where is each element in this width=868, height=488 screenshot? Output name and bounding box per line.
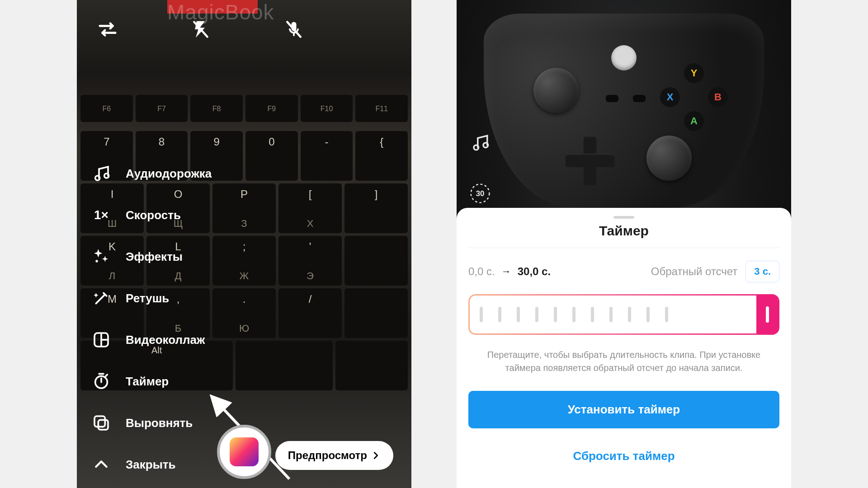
mic-off-icon[interactable] [281, 17, 307, 42]
y-button-icon: Y [684, 63, 704, 83]
svg-point-17 [483, 143, 488, 148]
face-buttons: Y X B A [660, 63, 728, 131]
svg-point-5 [95, 260, 98, 262]
menu-item-effects[interactable]: Эффекты [90, 246, 212, 267]
set-timer-button[interactable]: Установить таймер [468, 391, 779, 428]
timer-range-row: 0,0 с. → 30,0 с. Обратный отсчет 3 с. [468, 261, 779, 282]
menu-label: Аудиодорожка [126, 167, 212, 181]
a-button-icon: A [684, 111, 704, 131]
range-from: 0,0 с. [468, 265, 495, 278]
x-button-icon: X [660, 87, 680, 107]
menu-label: Скорость [126, 208, 181, 222]
menu-label: Ретушь [126, 291, 169, 305]
switch-camera-icon[interactable] [95, 17, 120, 42]
music-icon[interactable] [468, 131, 492, 155]
svg-point-4 [104, 174, 109, 178]
record-button[interactable] [217, 425, 271, 479]
svg-point-16 [474, 145, 479, 150]
timer-icon [90, 371, 112, 392]
speed-icon: 1× [90, 204, 112, 226]
sheet-title: Таймер [468, 223, 779, 248]
camera-screen: F6F7F8F9F10F11 78 90 -{ IШ OЩ PЗ [Х ] KЛ… [77, 0, 411, 488]
preview-button[interactable]: Предпросмотр [275, 441, 393, 470]
sparkles-icon [90, 246, 112, 267]
menu-item-timer[interactable]: Таймер [90, 371, 212, 392]
menu-item-retouch[interactable]: Ретушь [90, 287, 212, 309]
countdown-value-pill[interactable]: 3 с. [745, 261, 779, 282]
b-button-icon: B [708, 87, 728, 107]
collage-icon [90, 329, 112, 351]
reset-timer-button[interactable]: Сбросить таймер [566, 442, 682, 470]
range-to: 30,0 с. [518, 265, 551, 278]
menu-label: Видеоколлаж [126, 333, 205, 347]
chevron-right-icon [371, 450, 381, 460]
slider-hint: Перетащите, чтобы выбрать длительность к… [468, 348, 779, 375]
camera-top-toolbar [77, 14, 411, 45]
magic-wand-icon [90, 287, 112, 309]
sheet-drag-handle[interactable] [613, 216, 634, 219]
bg-keyboard-fn-row: F6F7F8F9F10F11 [77, 95, 411, 122]
preview-label: Предпросмотр [288, 449, 367, 462]
menu-button-icon [633, 95, 646, 102]
menu-item-collage[interactable]: Видеоколлаж [90, 329, 212, 351]
dpad-icon [565, 136, 615, 185]
menu-label: Эффекты [126, 250, 183, 264]
reels-icon [230, 437, 259, 466]
menu-label: Таймер [126, 375, 169, 389]
svg-point-3 [95, 176, 100, 180]
camera-side-icons: 30 [468, 131, 492, 205]
timer-screen: Y X B A 30 Таймер 0,0 с. → 30,0 с. [457, 0, 791, 488]
right-stick-icon [646, 136, 692, 181]
menu-item-speed[interactable]: 1× Скорость [90, 204, 212, 226]
svg-text:30: 30 [476, 189, 485, 198]
svg-line-12 [106, 375, 107, 376]
countdown-label: Обратный отсчет [651, 265, 737, 278]
view-button-icon [606, 95, 618, 102]
bg-game-controller: Y X B A [484, 14, 764, 208]
flash-off-icon[interactable] [188, 17, 213, 42]
slider-thumb[interactable] [756, 296, 778, 333]
arrow-right-icon: → [501, 266, 511, 277]
timer-bottom-sheet: Таймер 0,0 с. → 30,0 с. Обратный отсчет … [457, 208, 791, 488]
duration-30-icon[interactable]: 30 [468, 182, 492, 205]
menu-item-audio[interactable]: Аудиодорожка [90, 163, 212, 184]
duration-slider[interactable] [468, 294, 779, 335]
left-stick-icon [533, 68, 579, 113]
xbox-logo-icon [611, 45, 637, 70]
music-icon [90, 163, 112, 184]
